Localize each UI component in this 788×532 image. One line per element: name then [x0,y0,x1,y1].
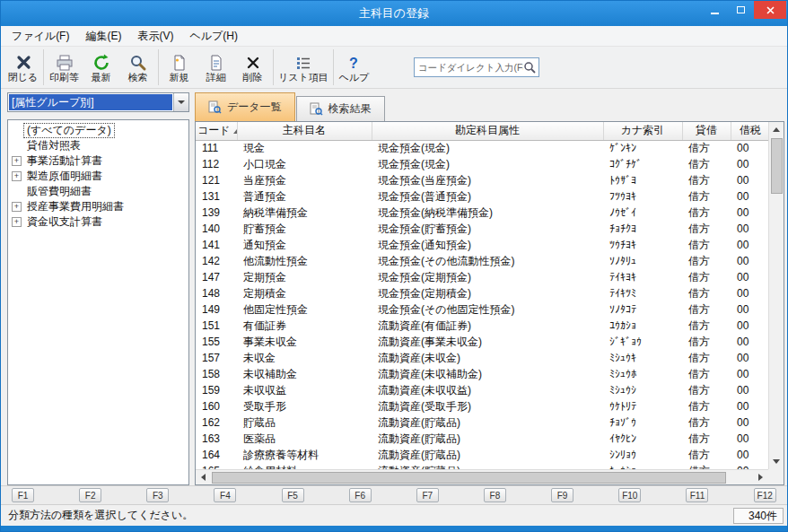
cell-name: 受取手形 [237,398,372,414]
table-row[interactable]: 164 診療療養等材料 流動資産(貯蔵品) ｼﾝﾘｮｳ 借方 00 [196,447,768,463]
table-row[interactable]: 151 有価証券 流動資産(有価証券) ﾕｳｶｼｮ 借方 00 [196,318,768,334]
toolbar-delete-button[interactable]: 削除 [234,48,271,88]
tree-item[interactable]: + 事業活動計算書 [10,153,187,169]
tree-item[interactable]: + 資金収支計算書 [10,214,187,230]
col-header-name[interactable]: 主科目名 [237,122,372,140]
cell-tax: 00 [731,334,768,350]
toolbar-detail-button[interactable]: 詳細 [197,48,234,88]
scroll-up-button[interactable] [769,122,784,137]
code-direct-input[interactable] [418,62,523,73]
function-key-button[interactable]: F3 [146,488,169,502]
titlebar: 主科目の登録 [1,1,787,26]
cell-attribute: 現金預金(定期預金) [372,269,603,285]
col-header-side[interactable]: 貸借 [682,122,731,140]
function-key-button[interactable]: F10 [618,488,641,502]
minimize-button[interactable] [702,1,728,19]
col-header-tax[interactable]: 借税 [731,122,768,140]
toolbar-refresh-button[interactable]: 最新 [83,48,119,88]
function-key-bar: F1 F2 F3 F4 F5 F6 F7 F8 F9 F10 F11 F12 [1,485,787,504]
toolbar-search-button[interactable]: 検索 [119,48,156,88]
function-key-button[interactable]: F1 [12,488,34,502]
table-row[interactable]: 121 当座預金 現金預金(当座預金) ﾄｳｻﾞﾖ 借方 00 [196,172,768,188]
table-row[interactable]: 112 小口現金 現金預金(現金) ｺｸﾞﾁｹﾞ 借方 00 [196,156,768,172]
col-header-code[interactable]: コード [196,122,237,140]
col-header-attribute[interactable]: 勘定科目属性 [372,122,603,140]
menu-item[interactable]: ファイル(F) [4,25,77,48]
cell-name: 定期預金 [237,269,372,285]
expand-plus-icon[interactable]: + [12,156,22,166]
table-row[interactable]: 160 受取手形 流動資産(受取手形) ｳｹﾄﾘﾃ 借方 00 [196,398,768,414]
horizontal-scroll-thumb[interactable] [212,472,726,484]
toolbar-button-label: 新規 [170,72,189,83]
table-row[interactable]: 139 納税準備預金 現金預金(納税準備預金) ﾉｳｾﾞｲ 借方 00 [196,205,768,221]
window-bottom-border [1,526,787,531]
dropdown-button[interactable] [173,93,188,111]
toolbar-button-label: 検索 [128,72,148,83]
tree-item[interactable]: + 製造原価明細書 [10,169,187,184]
table-row[interactable]: 147 定期預金 現金預金(定期預金) ﾃｲｷﾖｷ 借方 00 [196,269,768,285]
cell-name: 事業未収金 [237,334,372,350]
scroll-down-button[interactable] [769,454,784,469]
table-row[interactable]: 158 未収補助金 流動資産(未収補助金) ﾐｼｭｳﾎ 借方 00 [196,366,768,382]
function-key-button[interactable]: F5 [282,488,304,502]
table-row[interactable]: 155 事業未収金 流動資産(事業未収金) ｼﾞｷﾞｮｳ 借方 00 [196,334,768,350]
scroll-right-button[interactable] [753,470,768,485]
menu-item[interactable]: 編集(E) [77,25,129,48]
menu-item[interactable]: ヘルプ(H) [181,25,246,48]
function-key-button[interactable]: F2 [79,488,101,502]
table-row[interactable]: 159 未収収益 流動資産(未収収益) ﾐｼｭｳｼ 借方 00 [196,382,768,398]
tab-search-results[interactable]: 検索結果 [296,96,385,121]
cell-attribute: 現金預金(通知預金) [372,237,603,253]
table-row[interactable]: 131 普通預金 現金預金(普通預金) ﾌﾂｳﾖｷ 借方 00 [196,188,768,205]
cell-attribute: 流動資産(貯蔵品) [372,447,603,463]
table-row[interactable]: 140 貯蓄預金 現金預金(貯蓄預金) ﾁｮﾁｸﾖ 借方 00 [196,221,768,237]
function-key-button[interactable]: F12 [754,488,776,502]
cell-attribute: 現金預金(その他固定性預金) [372,301,603,318]
tree-item[interactable]: 貸借対照表 [10,138,187,153]
horizontal-scrollbar[interactable] [196,469,768,484]
table-row[interactable]: 141 通知預金 現金預金(通知預金) ﾂｳﾁﾖｷ 借方 00 [196,237,768,253]
scroll-left-button[interactable] [196,470,211,485]
tree-item[interactable]: (すべてのデータ) [10,123,187,138]
toolbar-new-button[interactable]: 新規 [161,48,197,88]
function-key-button[interactable]: F11 [686,488,708,502]
close-button[interactable] [754,1,786,19]
function-key-button[interactable]: F4 [214,488,236,502]
table-row[interactable]: 142 他流動性預金 現金預金(その他流動性預金) ｿﾉﾀﾘｭ 借方 00 [196,253,768,269]
toolbar-print-button[interactable]: 印刷等 [46,48,83,88]
cell-tax: 00 [731,172,768,188]
function-key-button[interactable]: F9 [551,488,573,502]
tree-item-label: 事業活動計算書 [24,154,105,168]
expand-plus-icon[interactable]: + [12,217,22,227]
function-key-button[interactable]: F8 [484,488,506,502]
window-title: 主科目の登録 [1,1,787,26]
tab-data-list[interactable]: データ一覧 [195,92,295,121]
vertical-scroll-thumb[interactable] [771,138,783,194]
toolbar-help-button[interactable]: ? ヘルプ [336,48,372,88]
table-row[interactable]: 148 定期積金 現金預金(定期積金) ﾃｲｷﾂﾐ 借方 00 [196,285,768,301]
maximize-button[interactable] [728,1,754,19]
new-document-icon [171,53,188,72]
vertical-scrollbar[interactable] [768,122,784,469]
function-key-button[interactable]: F6 [349,488,372,502]
cell-name: 通知預金 [237,237,372,253]
table-row[interactable]: 111 現金 現金預金(現金) ｹﾞﾝｷﾝ 借方 00 [196,140,768,156]
table-row[interactable]: 162 貯蔵品 流動資産(貯蔵品) ﾁｮｿﾞｳ 借方 00 [196,414,768,431]
table-row[interactable]: 157 未収金 流動資産(未収金) ﾐｼｭｳｷ 借方 00 [196,350,768,366]
table-row[interactable]: 163 医薬品 流動資産(貯蔵品) ｲﾔｸﾋﾝ 借方 00 [196,431,768,447]
tree-item[interactable]: 販管費明細書 [10,184,187,199]
menu-item[interactable]: 表示(V) [129,25,181,48]
cell-attribute: 現金預金(定期積金) [372,285,603,301]
cell-name: 未収収益 [237,382,372,398]
table-row[interactable]: 149 他固定性預金 現金預金(その他固定性預金) ｿﾉﾀｺﾃ 借方 00 [196,301,768,318]
toolbar-list-items-button[interactable]: リスト項目 [276,48,331,88]
function-key-button[interactable]: F7 [416,488,439,502]
expand-plus-icon[interactable]: + [12,171,22,181]
expand-plus-icon[interactable]: + [12,202,22,212]
tree-item[interactable]: + 授産事業費用明細書 [10,199,187,214]
table-row[interactable]: 165 給食用材料 流動資産(貯蔵品) ｷｭｳｼｮ 借方 00 [196,463,768,469]
cell-side: 借方 [682,253,731,269]
toolbar-close-button[interactable]: 閉じる [4,48,41,88]
classification-dropdown[interactable]: [属性グループ別] [7,92,189,112]
col-header-kana[interactable]: カナ索引 [603,122,682,140]
